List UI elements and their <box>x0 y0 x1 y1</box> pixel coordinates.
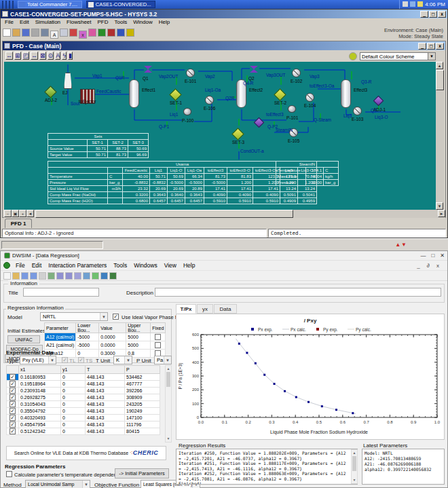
method-select[interactable]: Local Unimodal Samp ▼ <box>25 480 90 488</box>
dwsim-close-button[interactable]: ✕ <box>440 252 445 259</box>
grid-cell[interactable]: 5000 <box>126 333 151 341</box>
scroll-thumb[interactable] <box>352 456 356 471</box>
about-icon[interactable] <box>100 272 108 280</box>
open-case-icon[interactable] <box>12 29 20 37</box>
menu-tools[interactable]: Tools <box>110 262 130 269</box>
grid-cell[interactable]: 0.19518964 <box>19 381 61 388</box>
row-checkbox[interactable] <box>10 394 16 400</box>
hysys-close-button[interactable]: x <box>438 11 446 18</box>
grid-cell[interactable]: 308909 <box>125 394 160 401</box>
grid-cell[interactable]: 448.143 <box>86 428 125 435</box>
grid-cell[interactable]: 448.143 <box>86 374 125 381</box>
fixed-checkbox[interactable] <box>155 342 161 348</box>
grid-cell[interactable] <box>7 374 19 381</box>
zoom-out-button[interactable]: − <box>4 210 12 217</box>
grid-cell[interactable]: 448.143 <box>86 401 125 408</box>
grid-row[interactable]: 0.455479540448.143111796 <box>7 421 160 428</box>
scroll-up-icon[interactable]: ▲ <box>436 62 443 69</box>
grid-cell[interactable]: 0 <box>61 421 86 428</box>
row-checkbox[interactable] <box>10 374 16 380</box>
volume-icon[interactable] <box>403 1 408 7</box>
tile-horizontal-icon[interactable] <box>56 272 64 280</box>
pfd-maximize-button[interactable]: □ <box>427 43 435 50</box>
chevron-down-icon[interactable]: ▼ <box>48 356 56 364</box>
chevron-down-icon[interactable]: ▼ <box>100 313 107 320</box>
grid-row[interactable]: 0.269282750448.143308909 <box>7 394 160 401</box>
pfd-close-button[interactable]: x <box>436 43 444 50</box>
grid-cell[interactable]: 0.45547954 <box>19 421 61 428</box>
grid-cell[interactable]: A21 (cal/mol) <box>45 341 76 350</box>
grid-cell[interactable]: 448.143 <box>86 408 125 415</box>
grid-cell[interactable] <box>7 401 19 408</box>
workbook-icon[interactable] <box>69 29 77 37</box>
new-case-icon[interactable] <box>3 29 11 37</box>
grid-row[interactable]: 0.161809530448.143534462 <box>7 374 160 381</box>
task-button[interactable]: CASE1-CONVERGED... <box>86 1 156 8</box>
initial-parameters-button[interactable]: -> Initial Parameters <box>115 468 169 478</box>
ruler-icon[interactable]: ▮ <box>68 52 73 60</box>
grid-cell[interactable]: 0 <box>61 408 86 415</box>
pfd-minimize-button[interactable]: _ <box>418 43 426 50</box>
menu-view[interactable]: View <box>161 262 180 269</box>
grid-row[interactable]: 0.512423420448.14380415 <box>7 428 160 435</box>
model-select[interactable]: NRTL ▼ <box>40 312 108 321</box>
chart-icon[interactable] <box>92 272 99 280</box>
type-select[interactable]: Pxy (VLE) ▼ <box>20 356 56 364</box>
colour-scheme-icon[interactable] <box>349 52 357 60</box>
menu-flowsheet[interactable]: Flowsheet <box>64 19 94 25</box>
size-mode-icon[interactable]: ↔ <box>5 52 13 60</box>
grid-cell[interactable]: -5000 <box>76 333 99 341</box>
grid-row[interactable]: 0.355047920448.143190249 <box>7 408 160 415</box>
zoom-icon[interactable]: ⊙ <box>48 52 54 60</box>
scroll-down-icon[interactable]: ▼ <box>352 477 357 483</box>
grid-cell[interactable]: 467777 <box>125 381 160 388</box>
grid-cell[interactable]: 0.35504792 <box>19 408 61 415</box>
copy-icon[interactable] <box>60 29 68 37</box>
grid-cell[interactable]: 0 <box>61 401 86 408</box>
scroll-up-icon[interactable]: ▲ <box>352 450 357 456</box>
scroll-right-icon[interactable]: ► <box>438 210 445 217</box>
cascade-icon[interactable] <box>74 272 81 280</box>
zoom-in-button[interactable]: + <box>19 210 26 217</box>
dwsim-logo-icon[interactable] <box>3 262 10 269</box>
grid-cell[interactable]: 80415 <box>125 428 160 435</box>
task-button[interactable]: Total Commander 7.... <box>18 1 82 8</box>
menu-window[interactable]: Window <box>130 19 155 25</box>
exp-grid-scrollbar[interactable]: ▲ ▼ <box>165 365 172 443</box>
grid-cell[interactable]: -5000 <box>76 341 99 350</box>
grid-cell[interactable]: 0 <box>61 388 86 394</box>
grid-cell[interactable]: 448.143 <box>86 394 125 401</box>
row-checkbox[interactable] <box>10 408 16 414</box>
grid-cell[interactable]: 0.23093148 <box>19 388 61 394</box>
grid-cell[interactable]: 0.0000 <box>99 341 126 350</box>
grid-cell[interactable] <box>151 333 166 341</box>
red-eye-icon[interactable] <box>107 29 115 37</box>
grid-cell[interactable]: 0.26928275 <box>19 394 61 401</box>
scroll-thumb[interactable] <box>436 70 444 90</box>
grid-cell[interactable]: 534462 <box>125 374 160 381</box>
grid-cell[interactable] <box>7 394 19 401</box>
t-unit-select[interactable]: K ▼ <box>113 356 132 364</box>
grid-cell[interactable]: 0.40320493 <box>19 415 61 421</box>
mail-icon[interactable] <box>9 1 10 9</box>
fixed-checkbox[interactable] <box>155 334 161 340</box>
row-checkbox[interactable] <box>10 428 16 434</box>
tab-yx[interactable]: yx <box>197 304 213 314</box>
unifac-button[interactable]: UNIFAC <box>7 335 40 343</box>
menu-file[interactable]: File <box>2 19 16 25</box>
grid-cell[interactable]: 0.16180953 <box>19 374 61 381</box>
database-icon[interactable] <box>31 29 39 37</box>
pfd-canvas[interactable]: EJADJ-2toEjectorEffect1Q1E-101SET-1E-106… <box>4 62 437 210</box>
grid-row[interactable]: alpha1200.30000.8 <box>45 350 166 358</box>
display-icon[interactable] <box>410 1 415 7</box>
colour-scheme-select[interactable]: Default Colour Scheme ▼ <box>360 52 436 60</box>
chevron-down-icon[interactable]: ▼ <box>164 356 171 364</box>
open-icon[interactable] <box>12 272 20 280</box>
menu-pfd[interactable]: PFD <box>95 19 111 25</box>
quick-route-icon[interactable]: ϟ <box>62 52 67 60</box>
chevron-down-icon[interactable]: ▼ <box>124 356 132 364</box>
E-104-shape[interactable] <box>305 93 314 102</box>
row-checkbox[interactable] <box>10 415 16 421</box>
scroll-up-icon[interactable]: ▲ <box>166 366 171 372</box>
grid-cell[interactable]: 0.31054043 <box>19 401 61 408</box>
